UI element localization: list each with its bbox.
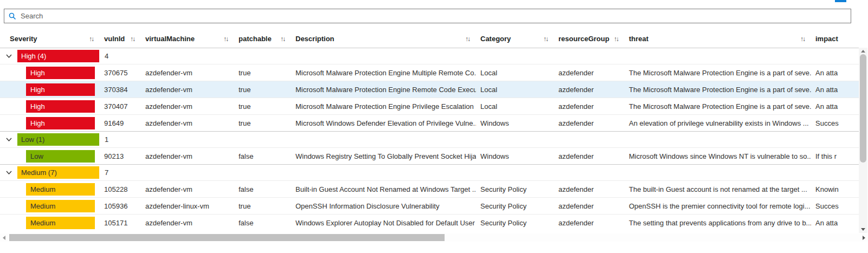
column-header-category[interactable]: Category↑↓ xyxy=(476,30,554,48)
cell-vulnId: 370384 xyxy=(100,86,141,94)
horizontal-scrollbar[interactable] xyxy=(0,233,868,242)
group-header-row[interactable]: High (4)4 xyxy=(0,48,859,64)
cell-threat: The Microsoft Malware Protection Engine … xyxy=(625,102,811,111)
group-header-row[interactable]: Medium (7)7 xyxy=(0,164,859,180)
cell-virtualMachine: azdefender-vm xyxy=(141,102,234,111)
cell-vulnId: 105171 xyxy=(100,219,141,227)
cell-category: Windows xyxy=(476,119,554,127)
horizontal-scrollbar-thumb[interactable] xyxy=(9,234,445,241)
column-label: resourceGroup xyxy=(558,35,609,43)
cell-patchable: true xyxy=(234,86,291,94)
severity-badge: Medium xyxy=(26,217,95,229)
table-row[interactable]: High91649azdefender-vmtrueMicrosoft Wind… xyxy=(0,114,859,131)
group-header-row[interactable]: Low (1)1 xyxy=(0,131,859,147)
column-header-impact[interactable]: impact xyxy=(811,30,859,48)
cell-vulnId: 370407 xyxy=(100,102,141,111)
sort-icon[interactable]: ↑↓ xyxy=(465,35,470,43)
sort-icon[interactable]: ↑↓ xyxy=(223,35,228,43)
group-severity-bar: Medium (7) xyxy=(17,166,99,179)
severity-badge: High xyxy=(26,117,95,129)
cell-description: OpenSSH Information Disclosure Vulnerabi… xyxy=(291,202,476,210)
cell-category: Windows xyxy=(476,152,554,160)
cell-description: Microsoft Windows Defender Elevation of … xyxy=(291,119,476,127)
scroll-right-icon[interactable] xyxy=(863,236,865,240)
cell-description: Built-in Guest Account Not Renamed at Wi… xyxy=(291,185,476,193)
table-row[interactable]: Medium105171azdefender-vmfalseWindows Ex… xyxy=(0,214,859,231)
table-body: High (4)4High370675azdefender-vmtrueMicr… xyxy=(0,48,859,231)
scroll-down-icon[interactable] xyxy=(861,228,865,231)
cell-description: Microsoft Malware Protection Engine Mult… xyxy=(291,69,476,77)
cell-virtualMachine: azdefender-vm xyxy=(141,119,234,127)
table-row[interactable]: Medium105228azdefender-vmfalseBuilt-in G… xyxy=(0,180,859,197)
sort-icon[interactable]: ↑↓ xyxy=(543,35,548,43)
cell-resourceGroup: azdefender xyxy=(554,219,625,227)
cell-vulnId: 105228 xyxy=(100,185,141,193)
group-count: 4 xyxy=(105,52,108,60)
column-header-virtualMachine[interactable]: virtualMachine↑↓ xyxy=(141,30,234,48)
cell-threat: The Microsoft Malware Protection Engine … xyxy=(625,86,811,94)
table-row[interactable]: Medium105936azdefender-linux-vmtrueOpenS… xyxy=(0,197,859,214)
sort-icon[interactable]: ↑↓ xyxy=(280,35,285,43)
vertical-scrollbar-thumb[interactable] xyxy=(860,54,866,163)
column-label: Severity xyxy=(10,35,37,43)
severity-badge: Medium xyxy=(26,183,95,196)
cell-threat: The setting that prevents applications f… xyxy=(625,219,811,227)
scroll-up-icon[interactable] xyxy=(861,50,865,53)
vertical-scrollbar[interactable] xyxy=(859,48,867,233)
severity-badge: High xyxy=(26,83,95,96)
cell-threat: OpenSSH is the premier connectivity tool… xyxy=(625,202,811,210)
table-row[interactable]: High370675azdefender-vmtrueMicrosoft Mal… xyxy=(0,64,859,81)
cell-category: Local xyxy=(476,102,554,111)
vulnerability-table: Severity↑↓vulnId↑↓virtualMachine↑↓patcha… xyxy=(0,30,859,231)
column-header-threat[interactable]: threat↑↓ xyxy=(625,30,811,48)
cell-vulnId: 105936 xyxy=(100,202,141,210)
chevron-down-icon[interactable] xyxy=(0,53,17,60)
cell-description: Windows Registry Setting To Globally Pre… xyxy=(291,152,476,160)
sort-icon[interactable]: ↑↓ xyxy=(130,35,134,43)
cell-patchable: false xyxy=(234,219,291,227)
severity-badge: Low xyxy=(26,150,95,163)
cell-vulnId: 370675 xyxy=(100,69,141,77)
sort-icon[interactable]: ↑↓ xyxy=(614,35,618,43)
column-header-vulnId[interactable]: vulnId↑↓ xyxy=(100,30,141,48)
scroll-left-icon[interactable] xyxy=(3,236,5,240)
cell-virtualMachine: azdefender-vm xyxy=(141,219,234,227)
cell-patchable: true xyxy=(234,202,291,210)
severity-cell: High xyxy=(0,117,100,129)
column-label: vulnId xyxy=(104,35,125,43)
cell-impact: An atta xyxy=(811,69,859,77)
severity-cell: High xyxy=(0,83,100,96)
group-count: 1 xyxy=(105,135,108,144)
cell-category: Security Policy xyxy=(476,185,554,193)
column-header-resourceGroup[interactable]: resourceGroup↑↓ xyxy=(554,30,625,48)
column-header-severity[interactable]: Severity↑↓ xyxy=(0,30,100,48)
severity-cell: Medium xyxy=(0,183,100,196)
search-box[interactable] xyxy=(4,9,851,23)
cell-vulnId: 91649 xyxy=(100,119,141,127)
cell-threat: An elevation of privilege vulnerability … xyxy=(625,119,811,127)
cell-category: Local xyxy=(476,69,554,77)
chevron-down-icon[interactable] xyxy=(0,169,17,176)
chevron-down-icon[interactable] xyxy=(0,136,17,143)
column-label: threat xyxy=(629,35,648,43)
cell-virtualMachine: azdefender-vm xyxy=(141,152,234,160)
table-header-row: Severity↑↓vulnId↑↓virtualMachine↑↓patcha… xyxy=(0,30,859,48)
column-label: virtualMachine xyxy=(145,35,195,43)
cell-impact: If this r xyxy=(811,152,859,160)
table-row[interactable]: High370407azdefender-vmtrueMicrosoft Mal… xyxy=(0,98,859,114)
column-label: impact xyxy=(815,35,838,43)
table-row[interactable]: High370384azdefender-vmtrueMicrosoft Mal… xyxy=(0,81,859,98)
cell-impact: An atta xyxy=(811,102,859,111)
severity-cell: High xyxy=(0,100,100,113)
severity-cell: Medium xyxy=(0,200,100,212)
sort-icon[interactable]: ↑↓ xyxy=(800,35,805,43)
cell-patchable: false xyxy=(234,185,291,193)
table-row[interactable]: Low90213azdefender-vmfalseWindows Regist… xyxy=(0,147,859,164)
column-header-patchable[interactable]: patchable↑↓ xyxy=(234,30,291,48)
search-input[interactable] xyxy=(21,12,846,20)
sort-icon[interactable]: ↑↓ xyxy=(89,35,93,43)
cell-description: Microsoft Malware Protection Engine Priv… xyxy=(291,102,476,111)
cell-threat: The built-in Guest account is not rename… xyxy=(625,185,811,193)
vulnerability-grid-page: Severity↑↓vulnId↑↓virtualMachine↑↓patcha… xyxy=(0,0,868,253)
column-header-description[interactable]: Description↑↓ xyxy=(291,30,476,48)
